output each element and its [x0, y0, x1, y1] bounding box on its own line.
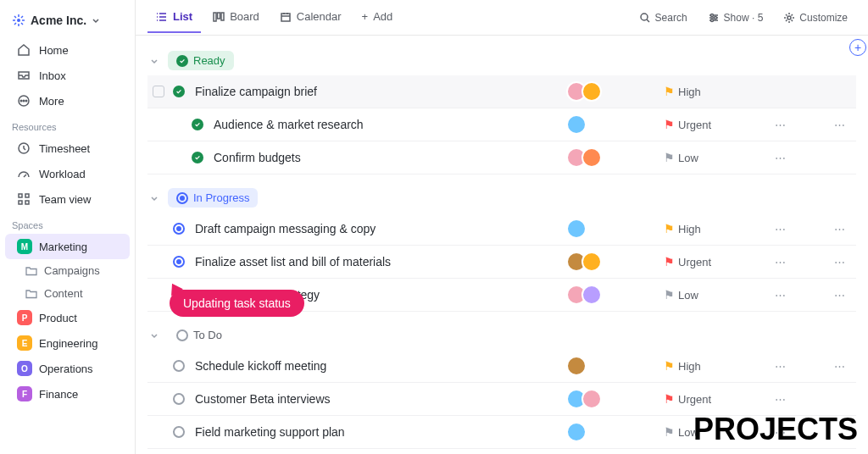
nav-inbox[interactable]: Inbox [5, 63, 130, 88]
show-button[interactable]: Show · 5 [699, 7, 772, 29]
customize-label: Customize [799, 12, 848, 24]
status-open-icon[interactable] [173, 393, 185, 405]
status-open-icon[interactable] [173, 426, 185, 438]
avatar[interactable] [581, 81, 602, 102]
nav-timesheet[interactable]: Timesheet [5, 136, 130, 161]
space-badge: M [17, 239, 32, 254]
task-priority: High [678, 223, 737, 235]
status-done-icon[interactable] [192, 119, 203, 130]
assignees [566, 356, 617, 376]
svg-rect-12 [221, 13, 224, 20]
more-icon[interactable]: ⋯ [822, 360, 856, 373]
svg-point-14 [641, 14, 648, 20]
folder-label: Campaigns [44, 264, 100, 277]
nav-more-label: More [39, 95, 64, 108]
status-done-icon[interactable] [192, 152, 203, 163]
more-icon[interactable]: ⋯ [737, 119, 822, 131]
task-row[interactable]: Draft campaign messaging & copy ⚑ High ⋯… [147, 213, 856, 246]
task-priority: High [678, 360, 737, 373]
flag-icon[interactable]: ⚑ [664, 425, 675, 439]
nav-home[interactable]: Home [5, 37, 130, 63]
group-header[interactable]: In Progress [147, 183, 856, 213]
status-done-icon[interactable] [173, 86, 185, 97]
task-row[interactable]: Finalize asset list and bill of material… [147, 246, 856, 279]
nav-teamview[interactable]: Team view [5, 186, 130, 212]
tab-board[interactable]: Board [204, 2, 268, 33]
status-open-icon[interactable] [173, 360, 185, 372]
flag-icon[interactable]: ⚑ [664, 288, 675, 302]
folder-label: Content [44, 287, 83, 300]
svg-point-15 [710, 14, 713, 16]
task-row[interactable]: Audience & market research ⚑ Urgent ⋯ ⋯ [147, 108, 856, 141]
flag-icon[interactable]: ⚑ [664, 255, 675, 269]
tab-calendar[interactable]: Calendar [271, 2, 350, 33]
avatar[interactable] [581, 285, 602, 305]
avatar[interactable] [581, 147, 602, 168]
tab-list[interactable]: List [147, 2, 201, 33]
chevron-down-icon[interactable] [147, 54, 161, 68]
sidebar-folder-content[interactable]: Content [0, 282, 135, 305]
search-button[interactable]: Search [631, 7, 696, 29]
flag-icon[interactable]: ⚑ [664, 392, 675, 406]
flag-icon[interactable]: ⚑ [664, 85, 675, 98]
group-header[interactable]: Ready [147, 46, 856, 75]
svg-rect-7 [25, 194, 29, 197]
sidebar-space-finance[interactable]: FFinance [5, 381, 130, 407]
add-task-button[interactable]: + [849, 39, 866, 56]
more-icon[interactable]: ⋯ [737, 360, 822, 373]
group-label: To Do [193, 329, 222, 341]
chevron-down-icon [92, 16, 100, 25]
sidebar: Acme Inc. Home Inbox More Resources Time… [0, 0, 136, 454]
status-progress-icon[interactable] [173, 223, 185, 235]
more-icon[interactable]: ⋯ [737, 289, 822, 302]
more-icon[interactable]: ⋯ [822, 289, 856, 302]
flag-icon[interactable]: ⚑ [664, 359, 675, 373]
avatar[interactable] [581, 389, 602, 409]
flag-icon[interactable]: ⚑ [664, 151, 675, 164]
customize-button[interactable]: Customize [775, 7, 856, 29]
avatar[interactable] [566, 114, 587, 135]
more-icon[interactable]: ⋯ [737, 223, 822, 235]
tab-add[interactable]: + Add [353, 2, 402, 33]
chevron-down-icon[interactable] [147, 329, 161, 342]
more-icon[interactable]: ⋯ [822, 119, 856, 131]
status-progress-icon[interactable] [173, 256, 185, 268]
tab-calendar-label: Calendar [297, 10, 342, 23]
more-icon[interactable]: ⋯ [737, 152, 822, 164]
svg-point-2 [20, 100, 22, 102]
sidebar-space-product[interactable]: PProduct [5, 305, 130, 330]
task-row[interactable]: Confirm budgets ⚑ Low ⋯ [147, 141, 856, 174]
assignees [566, 285, 617, 305]
nav-workload[interactable]: Workload [5, 161, 130, 186]
svg-rect-9 [25, 201, 29, 204]
sidebar-folder-campaigns[interactable]: Campaigns [0, 259, 135, 282]
sidebar-space-engineering[interactable]: EEngineering [5, 330, 130, 356]
avatar[interactable] [581, 252, 602, 272]
sidebar-space-operations[interactable]: OOperations [5, 356, 130, 381]
avatar[interactable] [566, 422, 587, 442]
svg-point-0 [17, 19, 20, 22]
more-icon[interactable]: ⋯ [822, 256, 856, 269]
nav-inbox-label: Inbox [39, 69, 66, 82]
svg-point-16 [714, 16, 716, 19]
avatar[interactable] [566, 356, 587, 376]
svg-rect-8 [19, 201, 22, 204]
group-header[interactable]: To Do [147, 320, 856, 350]
flag-icon[interactable]: ⚑ [664, 118, 675, 131]
sidebar-space-marketing[interactable]: MMarketing [5, 234, 130, 259]
more-icon[interactable]: ⋯ [737, 393, 822, 406]
task-row[interactable]: Schedule kickoff meeting ⚑ High ⋯ ⋯ [147, 350, 856, 383]
flag-icon[interactable]: ⚑ [664, 222, 675, 235]
workspace-switcher[interactable]: Acme Inc. [0, 8, 135, 37]
more-icon[interactable]: ⋯ [737, 256, 822, 269]
task-priority: Low [678, 152, 737, 164]
avatar[interactable] [566, 219, 587, 239]
space-badge: P [17, 310, 32, 325]
more-icon [17, 94, 31, 108]
chevron-down-icon[interactable] [147, 191, 161, 205]
toolbar: List Board Calendar + Add Search Show · … [136, 0, 868, 36]
task-checkbox[interactable] [153, 86, 164, 97]
more-icon[interactable]: ⋯ [822, 223, 856, 235]
nav-more[interactable]: More [5, 88, 130, 114]
task-row[interactable]: Finalize campaign brief ⚑ High [147, 75, 856, 108]
